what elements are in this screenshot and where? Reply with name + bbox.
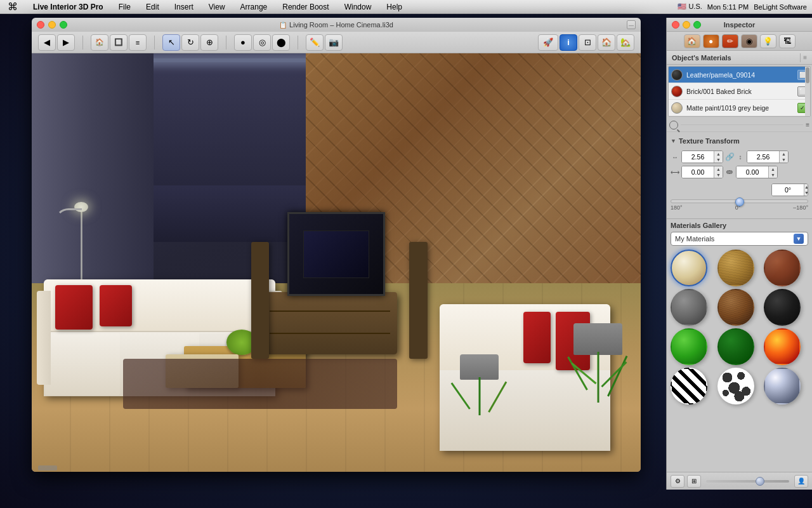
menu-render[interactable]: Render Boost <box>280 1 331 13</box>
offset-x-up[interactable]: ▲ <box>714 166 723 172</box>
gallery-item-green-dark[interactable] <box>717 328 754 365</box>
3d-view-btn[interactable]: ≡ <box>129 34 147 51</box>
gallery-item-chrome[interactable] <box>764 368 801 404</box>
menu-file[interactable]: File <box>116 1 133 13</box>
menu-insert[interactable]: Insert <box>172 1 196 13</box>
minimize-button[interactable] <box>48 21 56 29</box>
menu-window[interactable]: Window <box>342 1 374 13</box>
menu-help[interactable]: Help <box>384 1 405 13</box>
inspector-bottom-toolbar: ⚙ ⊞ 👤 <box>667 472 812 490</box>
material-item-leather[interactable]: Leather/pamela_09014 ⬜ <box>669 67 810 83</box>
camera-btn[interactable]: 📷 <box>325 34 343 51</box>
gallery-item-wood-dark[interactable] <box>717 289 754 326</box>
2d-view-btn[interactable]: 🔲 <box>110 34 128 51</box>
sphere-btn[interactable]: ● <box>234 34 252 51</box>
filter-menu-icon[interactable]: ≡ <box>806 121 809 128</box>
scale-x-stepper[interactable]: ▲ ▼ <box>714 151 723 163</box>
offset-y-up[interactable]: ▲ <box>769 166 777 172</box>
viewport[interactable] <box>32 53 641 472</box>
rug <box>123 359 397 409</box>
tab-building[interactable]: 🏗 <box>779 34 796 48</box>
ring-btn[interactable]: ◎ <box>253 34 271 51</box>
materials-options[interactable]: ≡ <box>803 54 807 61</box>
scale-x-down[interactable]: ▼ <box>714 157 723 163</box>
gallery-item-brick[interactable] <box>764 250 801 286</box>
offset-x-input[interactable] <box>682 166 714 178</box>
render-btn[interactable]: 🚀 <box>538 34 558 51</box>
gallery-item-concrete[interactable] <box>671 289 707 326</box>
scale-y-up[interactable]: ▲ <box>780 151 788 157</box>
tab-lighting[interactable]: ◉ <box>741 34 757 48</box>
bottom-person-btn[interactable]: 👤 <box>794 475 808 488</box>
select-tool[interactable]: ↖ <box>162 34 180 51</box>
scale-y-stepper[interactable]: ▲ ▼ <box>779 151 788 163</box>
window-title: 📋 Living Room – Home Cinema.li3d <box>279 21 393 29</box>
scale-y-down[interactable]: ▼ <box>780 157 788 163</box>
inspector-zoom[interactable] <box>693 21 701 29</box>
inspector-minimize[interactable] <box>683 21 690 29</box>
offset-y-input[interactable] <box>737 166 768 178</box>
info-btn[interactable]: i <box>560 34 577 51</box>
offset-y-input-group: ▲ ▼ <box>736 166 778 178</box>
offset-y-down[interactable]: ▼ <box>769 172 777 178</box>
right-group: 🚀 i ⊡ 🏠 🏡 <box>538 34 634 51</box>
apple-menu[interactable]: ⌘ <box>5 0 20 14</box>
scale-v-icon: ↕ <box>736 154 745 161</box>
material-scrollbar[interactable] <box>805 67 810 116</box>
window-resize-btn[interactable]: — <box>627 20 636 29</box>
forward-button[interactable]: ▶ <box>57 34 75 51</box>
inspector-panel: Inspector 🏠 ● ✏ ◉ 💡 🏗 Object's Materials… <box>666 18 812 490</box>
angle-down[interactable]: ▼ <box>804 190 808 196</box>
offset-x-down[interactable]: ▼ <box>714 172 723 178</box>
angle-up[interactable]: ▲ <box>804 184 808 190</box>
tab-object[interactable]: 🏠 <box>684 34 700 48</box>
bottom-settings-btn[interactable]: ⚙ <box>671 475 684 488</box>
gallery-dropdown[interactable]: My Materials ▼ <box>671 232 808 246</box>
pencil-btn[interactable]: ✏️ <box>306 34 324 51</box>
bottom-slider-thumb[interactable] <box>756 477 764 486</box>
angle-slider-track[interactable] <box>671 199 808 203</box>
gallery-item-fire[interactable] <box>764 328 801 365</box>
rotate-tool[interactable]: ↻ <box>181 34 199 51</box>
gallery-item-cream[interactable] <box>671 250 707 286</box>
scale-x-input[interactable] <box>682 151 714 163</box>
material-item-brick[interactable]: Brick/001 Baked Brick ⬜ <box>669 83 810 100</box>
menu-view[interactable]: View <box>206 1 228 13</box>
gallery-item-dark[interactable] <box>764 289 801 326</box>
floor-plan-btn[interactable]: 🏠 <box>91 34 108 51</box>
gallery-item-spots[interactable] <box>717 368 754 404</box>
gallery-item-wood-light[interactable] <box>717 250 754 286</box>
menu-edit[interactable]: Edit <box>143 1 162 13</box>
view-iso-btn[interactable]: 🏠 <box>598 34 615 51</box>
tab-lamp[interactable]: 💡 <box>760 34 776 48</box>
bottom-slider[interactable] <box>706 480 789 483</box>
tab-texture[interactable]: ✏ <box>722 34 738 48</box>
offset-y-stepper[interactable]: ▲ ▼ <box>768 166 777 178</box>
scale-x-up[interactable]: ▲ <box>714 151 723 157</box>
maximize-button[interactable] <box>60 21 67 29</box>
link-icon[interactable]: 🔗 <box>725 152 734 161</box>
move-tool[interactable]: ⊕ <box>200 34 218 51</box>
view-2d-btn[interactable]: ⊡ <box>579 34 596 51</box>
scrollbar-thumb[interactable] <box>806 67 809 83</box>
angle-input[interactable] <box>772 184 804 196</box>
angle-slider-thumb[interactable] <box>735 197 744 206</box>
scroll-indicator[interactable] <box>38 465 57 471</box>
bottom-grid-btn[interactable]: ⊞ <box>687 475 701 488</box>
gallery-item-zebra[interactable] <box>671 368 707 404</box>
material-item-paint[interactable]: Matte paint/1019 grey beige ✓ <box>669 100 810 116</box>
offset-x-stepper[interactable]: ▲ ▼ <box>714 166 723 178</box>
scale-y-input[interactable] <box>747 151 779 163</box>
cube-btn[interactable]: ⬤ <box>272 34 290 51</box>
inspector-close[interactable] <box>672 21 679 29</box>
close-button[interactable] <box>37 21 44 29</box>
back-button[interactable]: ◀ <box>38 34 56 51</box>
angle-stepper[interactable]: ▲ ▼ <box>804 184 808 196</box>
search-icon[interactable] <box>669 121 678 130</box>
view-3d-btn[interactable]: 🏡 <box>617 34 634 51</box>
texture-collapse-arrow[interactable]: ▼ <box>671 138 676 144</box>
tool-group: ↖ ↻ ⊕ <box>162 34 218 51</box>
gallery-item-green-bright[interactable] <box>671 328 707 365</box>
menu-arrange[interactable]: Arrange <box>238 1 270 13</box>
tab-material[interactable]: ● <box>703 34 719 48</box>
